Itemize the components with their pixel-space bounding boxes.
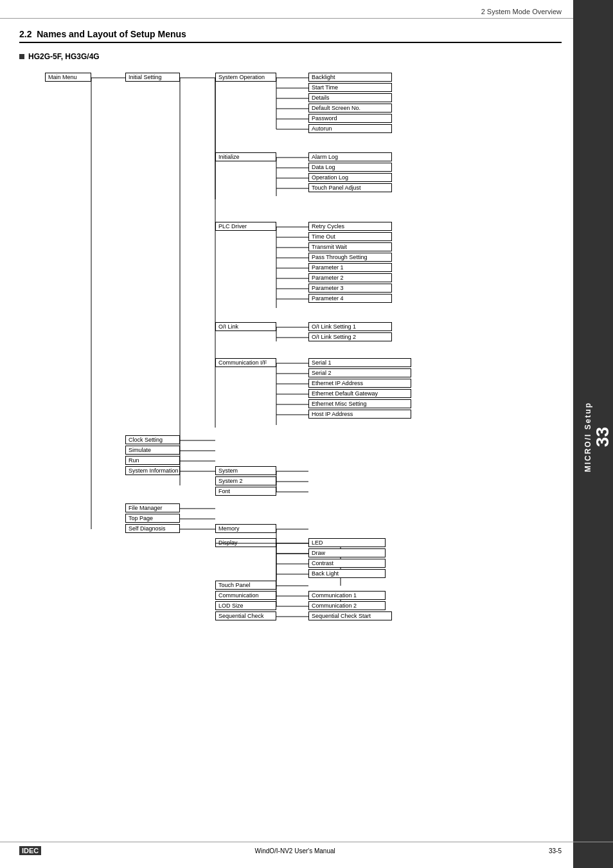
plc-param2: Parameter 2 <box>308 273 392 282</box>
sd-touch-panel: Touch Panel <box>215 581 276 590</box>
diagram-container: Main Menu Initial Setting System Operati… <box>26 68 565 620</box>
so-password: Password <box>308 114 392 123</box>
disp-contrast: Contrast <box>308 559 386 568</box>
box-system-operation: System Operation <box>215 73 276 82</box>
plc-timeout: Time Out <box>308 232 392 241</box>
so-autorun: Autorun <box>308 124 392 133</box>
logo-box: IDEC <box>19 846 41 855</box>
box-initial-setting: Initial Setting <box>125 73 180 82</box>
box-initialize: Initialize <box>215 152 276 161</box>
commif-serial2: Serial 2 <box>308 368 411 377</box>
sysinfo-system: System <box>215 466 276 475</box>
sd-sequential-check: Sequential Check <box>215 611 276 620</box>
plc-param3: Parameter 3 <box>308 284 392 293</box>
so-default-screen: Default Screen No. <box>308 104 392 113</box>
oi-setting2: O/I Link Setting 2 <box>308 332 392 341</box>
box-oi-link: O/I Link <box>215 322 276 331</box>
sd-communication: Communication <box>215 591 276 600</box>
box-simulate: Simulate <box>125 446 180 455</box>
footer-manual: WindO/I-NV2 User's Manual <box>254 847 335 854</box>
side-tab: 33 MICRO/I Setup <box>573 0 613 868</box>
disp-backlight: Back Light <box>308 569 386 578</box>
comm-comm2: Communication 2 <box>308 601 386 610</box>
main-content: 2.2 Names and Layout of Setup Menus HG2G… <box>0 19 613 633</box>
init-alarm-log: Alarm Log <box>308 152 392 161</box>
diagram-lines-2 <box>26 68 565 620</box>
commif-eth-misc: Ethernet Misc Setting <box>308 399 411 408</box>
footer-logo: IDEC <box>19 846 41 855</box>
footer-page: 33-5 <box>549 847 562 854</box>
page-footer: IDEC WindO/I-NV2 User's Manual 33-5 <box>0 842 613 855</box>
box-run: Run <box>125 456 180 465</box>
box-self-diagnosis: Self Diagnosis <box>125 524 180 533</box>
box-main-menu: Main Menu <box>45 73 91 82</box>
sd-display: Display <box>215 538 276 547</box>
commif-eth-ip: Ethernet IP Address <box>308 379 411 388</box>
sysinfo-font: Font <box>215 487 276 496</box>
disp-draw: Draw <box>308 548 386 557</box>
sd-memory: Memory <box>215 524 276 533</box>
so-start-time: Start Time <box>308 83 392 92</box>
side-tab-text: MICRO/I Setup <box>583 402 592 472</box>
box-file-manager: File Manager <box>125 503 180 512</box>
box-system-info: System Information <box>125 466 180 475</box>
plc-transmit-wait: Transmit Wait <box>308 242 392 251</box>
disp-led: LED <box>308 538 386 547</box>
init-data-log: Data Log <box>308 163 392 172</box>
box-comm-if: Communication I/F <box>215 358 276 367</box>
side-tab-number: 33 <box>592 427 613 447</box>
commif-serial1: Serial 1 <box>308 358 411 367</box>
init-touch-panel: Touch Panel Adjust <box>308 183 392 192</box>
plc-pass-through: Pass Through Setting <box>308 253 392 262</box>
plc-param1: Parameter 1 <box>308 263 392 272</box>
subsection-title: HG2G-5F, HG3G/4G <box>19 52 562 61</box>
seq-start: Sequential Check Start <box>308 611 392 620</box>
comm-comm1: Communication 1 <box>308 591 386 600</box>
diagram-lines <box>26 68 565 620</box>
so-backlight: Backlight <box>308 73 392 82</box>
sd-lod-size: LOD Size <box>215 601 276 610</box>
box-plc-driver: PLC Driver <box>215 222 276 231</box>
commif-host-ip: Host IP Address <box>308 410 411 419</box>
section-title: 2.2 Names and Layout of Setup Menus <box>19 29 562 43</box>
commif-eth-gw: Ethernet Default Gateway <box>308 389 411 398</box>
box-top-page: Top Page <box>125 514 180 523</box>
so-details: Details <box>308 93 392 102</box>
plc-param4: Parameter 4 <box>308 294 392 303</box>
sysinfo-system2: System 2 <box>215 476 276 485</box>
oi-setting1: O/I Link Setting 1 <box>308 322 392 331</box>
page-header: 2 System Mode Overview <box>0 0 613 19</box>
plc-retry: Retry Cycles <box>308 222 392 231</box>
box-clock-setting: Clock Setting <box>125 435 180 444</box>
init-operation-log: Operation Log <box>308 173 392 182</box>
